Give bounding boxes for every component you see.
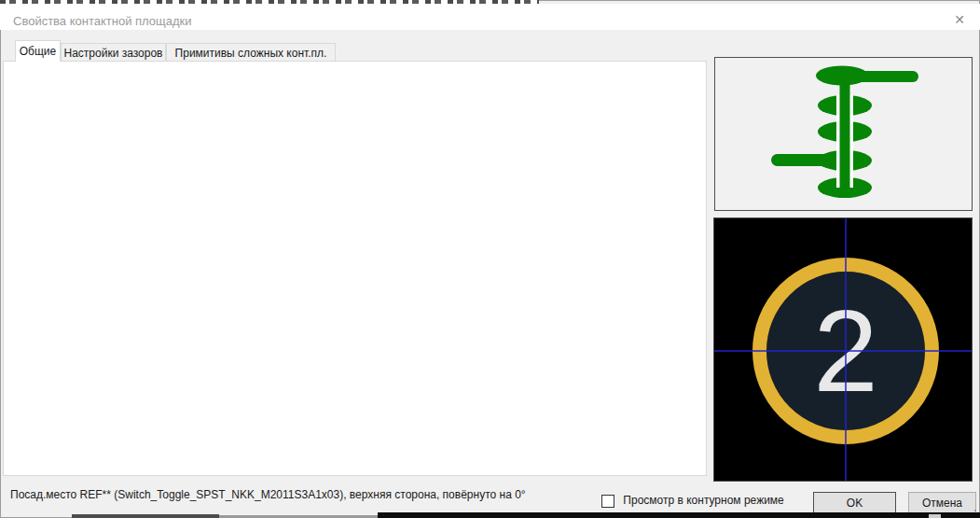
- footprint-preview-drawing: [715, 58, 972, 210]
- cancel-button-label: Отмена: [922, 497, 962, 510]
- pad-preview: 2: [713, 217, 973, 482]
- close-icon[interactable]: ✕: [954, 12, 965, 27]
- tab-clearance[interactable]: Настройки зазоров: [61, 43, 166, 62]
- tab-page-general: [3, 61, 707, 476]
- outline-mode-checkbox-row: Просмотр в контурном режиме: [601, 493, 784, 508]
- ok-button[interactable]: OK: [813, 492, 896, 514]
- background-window-artifact: [72, 514, 219, 518]
- status-text: Посад.место REF** (Switch_Toggle_SPST_NK…: [10, 488, 526, 501]
- dialog-title: Свойства контактной площадки: [13, 14, 192, 28]
- tab-custom-primitives[interactable]: Примитивы сложных конт.пл.: [166, 43, 336, 62]
- ok-button-label: OK: [847, 497, 863, 510]
- tab-general-label: Общие: [20, 45, 56, 58]
- background-window-artifact: [929, 514, 941, 518]
- pad-properties-dialog: Свойства контактной площадки ✕ Общие Нас…: [0, 0, 980, 518]
- title-bar: Свойства контактной площадки ✕: [0, 4, 980, 30]
- outline-mode-label: Просмотр в контурном режиме: [623, 494, 783, 507]
- footprint-preview: [714, 57, 973, 211]
- background-window-artifact: [378, 512, 980, 518]
- tab-custom-primitives-label: Примитивы сложных конт.пл.: [175, 47, 327, 60]
- pad-preview-drawing: 2: [714, 218, 972, 481]
- tab-general[interactable]: Общие: [15, 40, 61, 62]
- tab-clearance-label: Настройки зазоров: [64, 47, 163, 60]
- outline-mode-checkbox[interactable]: [601, 495, 614, 508]
